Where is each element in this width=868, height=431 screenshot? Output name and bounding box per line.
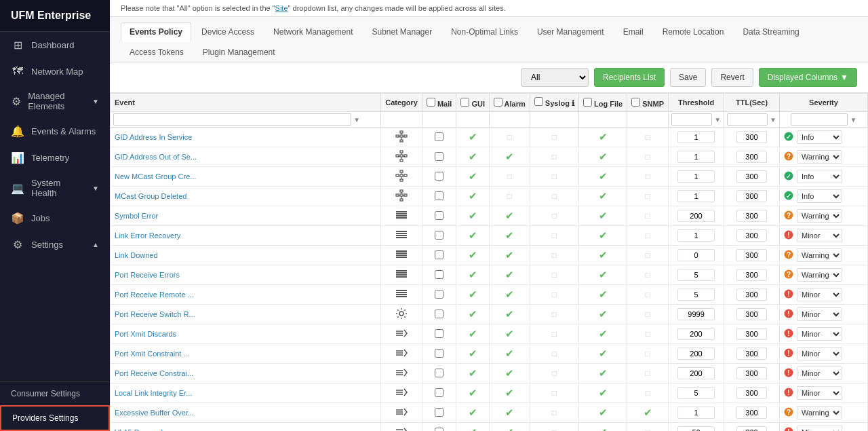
- ttl-input[interactable]: [736, 210, 767, 222]
- threshold-input[interactable]: [677, 170, 715, 183]
- recipients-list-button[interactable]: Recipients List: [594, 68, 665, 87]
- threshold-input[interactable]: [677, 269, 715, 281]
- ttl-input[interactable]: [736, 269, 767, 281]
- gui-check[interactable]: ✔: [456, 344, 490, 364]
- filter-icon[interactable]: ▼: [353, 116, 360, 124]
- mail-check[interactable]: [422, 344, 456, 364]
- mail-checkbox[interactable]: [435, 408, 443, 417]
- event-link[interactable]: Port Receive Remote ...: [115, 291, 194, 299]
- syslog-header-checkbox[interactable]: [534, 97, 543, 106]
- event-link[interactable]: Link Downed: [115, 251, 158, 259]
- mail-check[interactable]: [422, 246, 456, 265]
- gui-check[interactable]: ✔: [456, 364, 490, 383]
- mail-check[interactable]: [422, 383, 456, 403]
- threshold-value[interactable]: [669, 423, 724, 432]
- ttl-input[interactable]: [736, 308, 767, 320]
- threshold-filter-input[interactable]: [671, 113, 712, 126]
- event-filter-input[interactable]: [113, 113, 351, 126]
- mail-check[interactable]: [422, 324, 456, 344]
- snmp-check[interactable]: ✔: [627, 403, 669, 423]
- threshold-input[interactable]: [677, 151, 715, 163]
- alarm-check[interactable]: ✔: [489, 305, 530, 324]
- mail-check[interactable]: [422, 226, 456, 246]
- snmp-check[interactable]: □: [627, 147, 669, 167]
- snmp-check[interactable]: □: [627, 324, 669, 344]
- alarm-check[interactable]: ✔: [489, 403, 530, 423]
- logfile-check[interactable]: ✔: [578, 305, 627, 324]
- severity-dropdown[interactable]: Info Warning Minor Major Critical: [797, 327, 842, 341]
- snmp-check[interactable]: □: [627, 206, 669, 226]
- sidebar-item-system-health[interactable]: 💻 System Health ▼: [0, 171, 110, 205]
- alarm-check[interactable]: □: [489, 128, 530, 147]
- severity-dropdown[interactable]: Info Warning Minor Major Critical: [797, 189, 842, 203]
- mail-checkbox[interactable]: [435, 250, 443, 259]
- gui-header-checkbox[interactable]: [460, 98, 469, 107]
- event-link[interactable]: MCast Group Deleted: [115, 192, 186, 200]
- event-link[interactable]: Port Xmit Constraint ...: [115, 350, 190, 358]
- syslog-check[interactable]: □: [530, 226, 578, 246]
- ttl-input[interactable]: [736, 328, 767, 340]
- ttl-value[interactable]: [724, 305, 780, 324]
- syslog-check[interactable]: □: [530, 364, 578, 383]
- severity-dropdown[interactable]: Info Warning Minor Major Critical: [797, 268, 842, 282]
- ttl-value[interactable]: [724, 206, 780, 226]
- threshold-input[interactable]: [677, 387, 715, 399]
- severity-dropdown[interactable]: Info Warning Minor Major Critical: [797, 347, 842, 360]
- gui-check[interactable]: ✔: [456, 206, 490, 226]
- save-button[interactable]: Save: [670, 68, 706, 87]
- snmp-check[interactable]: □: [627, 383, 669, 403]
- event-link[interactable]: Port Receive Errors: [115, 271, 180, 279]
- alarm-check[interactable]: ✔: [489, 324, 530, 344]
- ttl-value[interactable]: [724, 226, 780, 246]
- severity-dropdown[interactable]: Info Warning Minor Major Critical: [797, 170, 842, 183]
- logfile-check[interactable]: ✔: [578, 285, 627, 305]
- severity-dropdown[interactable]: Info Warning Minor Major Critical: [797, 307, 842, 321]
- mail-checkbox[interactable]: [435, 231, 443, 240]
- severity-dropdown[interactable]: Info Warning Minor Major Critical: [797, 229, 842, 242]
- threshold-value[interactable]: [669, 383, 724, 403]
- ttl-input[interactable]: [736, 387, 767, 399]
- gui-check[interactable]: ✔: [456, 147, 490, 167]
- ttl-value[interactable]: [724, 187, 780, 206]
- logfile-check[interactable]: ✔: [578, 324, 627, 344]
- snmp-check[interactable]: □: [627, 226, 669, 246]
- tab-subnet-manager[interactable]: Subnet Manager: [363, 22, 441, 41]
- ttl-filter-icon[interactable]: ▼: [770, 116, 776, 124]
- logfile-check[interactable]: ✔: [578, 128, 627, 147]
- mail-checkbox[interactable]: [435, 211, 443, 220]
- mail-header-checkbox[interactable]: [427, 98, 435, 107]
- sidebar-item-consumer-settings[interactable]: Consumer Settings: [0, 382, 110, 405]
- gui-check[interactable]: ✔: [456, 246, 490, 265]
- threshold-value[interactable]: [669, 344, 724, 364]
- threshold-input[interactable]: [677, 131, 715, 143]
- tab-network-management[interactable]: Network Management: [264, 22, 361, 41]
- tab-email[interactable]: Email: [614, 22, 652, 41]
- threshold-value[interactable]: [669, 265, 724, 285]
- severity-dropdown[interactable]: Info Warning Minor Major Critical: [797, 248, 842, 262]
- severity-filter-input[interactable]: [791, 113, 848, 126]
- syslog-check[interactable]: □: [530, 206, 578, 226]
- syslog-check[interactable]: □: [530, 246, 578, 265]
- logfile-check[interactable]: ✔: [578, 344, 627, 364]
- sidebar-item-settings[interactable]: ⚙ Settings ▲: [0, 231, 110, 258]
- threshold-input[interactable]: [677, 190, 715, 202]
- syslog-check[interactable]: □: [530, 285, 578, 305]
- tab-user-management[interactable]: User Management: [528, 22, 613, 41]
- sidebar-item-jobs[interactable]: 📦 Jobs: [0, 205, 110, 231]
- threshold-value[interactable]: [669, 364, 724, 383]
- tab-device-access[interactable]: Device Access: [193, 22, 263, 41]
- logfile-check[interactable]: ✔: [578, 423, 627, 432]
- logfile-check[interactable]: ✔: [578, 167, 627, 187]
- tab-access-tokens[interactable]: Access Tokens: [121, 43, 193, 62]
- snmp-check[interactable]: □: [627, 128, 669, 147]
- threshold-value[interactable]: [669, 206, 724, 226]
- mail-checkbox[interactable]: [435, 428, 443, 432]
- ttl-value[interactable]: [724, 147, 780, 167]
- syslog-check[interactable]: □: [530, 187, 578, 206]
- severity-dropdown[interactable]: Info Warning Minor Major Critical: [797, 406, 842, 419]
- gui-check[interactable]: ✔: [456, 167, 490, 187]
- severity-dropdown[interactable]: Info Warning Minor Major Critical: [797, 367, 842, 380]
- syslog-check[interactable]: □: [530, 305, 578, 324]
- site-dropdown[interactable]: All Custom: [521, 68, 589, 87]
- site-link[interactable]: Site: [275, 4, 288, 12]
